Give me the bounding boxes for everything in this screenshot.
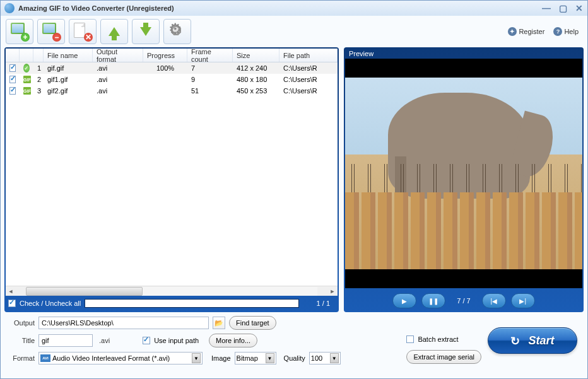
row-filename: gif.gif [44,64,93,72]
row-progress: 100% [143,64,187,72]
quality-value: 100 [311,354,327,362]
prev-frame-button[interactable]: |◀ [482,293,506,308]
move-down-button[interactable] [132,19,160,44]
chevron-down-icon: ▼ [266,353,274,363]
list-footer: Check / Uncheck all 1 / 1 [6,296,338,311]
table-row[interactable]: GIF2gif1.gif.avi9480 x 180C:\Users\R [6,74,338,85]
status-gif-icon: GIF [23,87,31,95]
header-filename[interactable]: File name [44,49,93,62]
next-frame-button[interactable]: ▶| [511,293,535,308]
batch-extract-row: Batch extract [406,332,481,346]
maximize-button[interactable]: ▢ [558,4,567,13]
batch-extract-label: Batch extract [418,335,458,343]
gear-icon [168,23,186,40]
quality-select[interactable]: 100 ▼ [309,352,341,364]
clear-list-button[interactable]: ✕ [69,19,97,44]
minimize-button[interactable]: — [542,4,551,13]
row-index: 1 [33,64,44,72]
batch-extract-checkbox[interactable] [406,335,414,343]
header-format[interactable]: Output format [93,49,143,62]
top-links: ✦ Register ? Help [508,27,582,36]
row-filename: gif1.gif [44,76,93,83]
pause-button[interactable]: ❚❚ [421,293,445,308]
start-area: ↻ Start [488,316,581,365]
help-link[interactable]: ? Help [553,27,579,36]
refresh-icon: ↻ [510,334,523,347]
title-input[interactable] [38,334,93,347]
chevron-down-icon: ▼ [330,353,339,363]
horizontal-scrollbar[interactable]: ◄ ► [6,286,338,296]
row-format: .avi [93,76,143,83]
row-frames: 51 [187,87,233,95]
bottom-panel: Output 📂 Find target Title .avi Use inpu… [1,312,587,369]
middle-area: File name Output format Progress Frame c… [1,47,587,312]
arrow-up-icon [105,23,123,40]
scroll-thumb[interactable] [26,287,143,296]
title-label: Title [7,337,35,344]
row-size: 412 x 240 [233,64,279,72]
row-path: C:\Users\R [279,64,338,72]
header-frames[interactable]: Frame count [187,49,233,62]
preview-panel: Preview ▶ ❚❚ 7 / 7 |◀ ▶| [344,47,584,312]
table-row[interactable]: ✓1gif.gif.avi100%7412 x 240C:\Users\R [6,62,338,74]
header-size[interactable]: Size [233,49,279,62]
preview-label: Preview [345,49,582,59]
header-checkbox [6,49,20,62]
settings-button[interactable] [163,19,191,44]
scroll-track[interactable] [26,287,317,296]
output-label: Output [7,319,35,327]
find-target-button[interactable]: Find target [229,316,276,330]
start-button[interactable]: ↻ Start [488,327,577,354]
extract-serial-row: Extract image serial [406,350,481,364]
toolbar: + – ✕ ✦ Register ? Help [1,16,587,47]
row-frames: 7 [187,64,233,72]
image-value: Bitmap [237,354,263,362]
remove-file-button[interactable]: – [37,19,65,44]
start-label: Start [528,334,554,347]
output-path-input[interactable] [38,317,209,329]
check-all-checkbox[interactable] [8,300,16,307]
antelope-herd [345,192,582,269]
header-index [33,49,44,62]
move-up-button[interactable] [100,19,128,44]
register-link[interactable]: ✦ Register [508,27,544,36]
row-frames: 9 [187,76,233,83]
scroll-left-icon[interactable]: ◄ [6,287,16,296]
preview-image [345,59,582,288]
format-label: Format [7,354,35,362]
image-label: Image [211,354,231,362]
row-checkbox[interactable] [9,64,16,72]
app-icon [4,3,15,13]
row-size: 450 x 253 [233,87,279,95]
format-select[interactable]: AVI Audio Video Interleaved Format (*.av… [38,352,203,364]
browse-output-button[interactable]: 📂 [213,317,225,329]
titlebar: Amazing GIF to Video Converter (Unregist… [1,1,587,16]
folder-icon: 📂 [215,319,223,327]
close-button[interactable]: ✕ [575,4,584,13]
file-list-panel: File name Output format Progress Frame c… [4,47,339,312]
extract-serial-button[interactable]: Extract image serial [406,350,481,364]
key-icon: ✦ [508,27,517,36]
row-checkbox[interactable] [9,76,16,83]
window-title: Amazing GIF to Video Converter (Unregist… [18,4,542,12]
table-body: ✓1gif.gif.avi100%7412 x 240C:\Users\RGIF… [6,62,338,286]
image-format-select[interactable]: Bitmap ▼ [235,352,276,364]
header-progress[interactable]: Progress [143,49,187,62]
output-settings: Output 📂 Find target Title .avi Use inpu… [7,316,400,365]
scroll-right-icon[interactable]: ► [327,287,338,296]
more-info-button[interactable]: More info... [209,334,257,347]
overall-progress-bar [85,299,299,308]
status-done-icon: ✓ [23,64,30,73]
register-label: Register [519,28,544,35]
row-checkbox[interactable] [9,87,16,95]
row-format: .avi [93,64,143,72]
output-row: Output 📂 Find target [7,316,400,330]
add-file-button[interactable]: + [6,19,33,44]
play-button[interactable]: ▶ [392,293,416,308]
use-input-path-checkbox[interactable] [143,337,150,344]
table-row[interactable]: GIF3gif2.gif.avi51450 x 253C:\Users\R [6,85,338,96]
header-path[interactable]: File path [279,49,338,62]
status-gif-icon: GIF [23,76,31,83]
quality-label: Quality [284,354,305,362]
avi-icon: AVI [40,354,50,362]
